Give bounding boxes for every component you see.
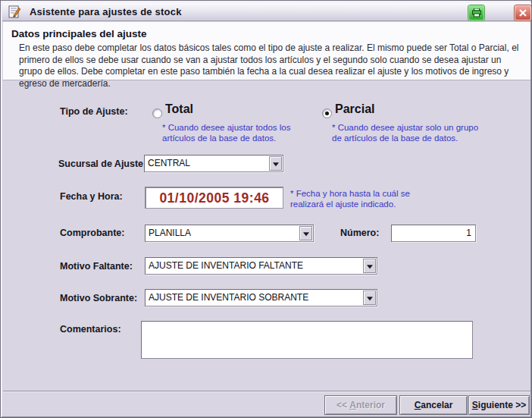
step-title: Datos principales del ajuste bbox=[11, 28, 147, 39]
motivo-sobrante-dropdown-button[interactable] bbox=[363, 291, 376, 305]
tipo-ajuste-label: Tipo de Ajuste: bbox=[60, 106, 128, 117]
sucursal-dropdown-button[interactable] bbox=[269, 156, 282, 171]
radio-parcial[interactable] bbox=[322, 108, 332, 118]
sucursal-label: Sucursal de Ajuste: bbox=[58, 159, 146, 169]
numero-field[interactable]: 1 bbox=[391, 225, 476, 242]
form-pencil-icon bbox=[8, 5, 21, 18]
chevron-down-icon bbox=[303, 232, 309, 236]
footer-separator bbox=[3, 391, 530, 392]
comprobante-label: Comprobante: bbox=[60, 228, 124, 238]
comprobante-value: PLANILLA bbox=[149, 228, 298, 238]
comentarios-textarea[interactable] bbox=[141, 321, 473, 359]
anterior-button: << Anterior bbox=[324, 395, 397, 415]
fecha-field[interactable]: 01/10/2005 19:46 bbox=[145, 187, 283, 209]
printer-icon bbox=[471, 8, 481, 17]
step-header-panel: Datos principales del ajuste En este pas… bbox=[3, 22, 530, 80]
comentarios-label: Comentarios: bbox=[60, 324, 121, 335]
radio-parcial-hint: * Cuando desee ajustar solo un grupo de … bbox=[332, 122, 490, 143]
close-button[interactable] bbox=[515, 5, 531, 20]
sucursal-dropdown[interactable]: CENTRAL bbox=[144, 155, 283, 172]
motivo-faltante-label: Motivo Faltante: bbox=[60, 261, 133, 272]
motivo-faltante-dropdown-button[interactable] bbox=[363, 259, 376, 273]
fecha-label: Fecha y Hora: bbox=[60, 191, 123, 202]
chevron-down-icon bbox=[367, 265, 373, 269]
radio-parcial-label[interactable]: Parcial bbox=[335, 102, 374, 116]
title-bar: Asistente para ajustes de stock bbox=[2, 2, 531, 21]
radio-total[interactable] bbox=[152, 108, 162, 118]
numero-value: 1 bbox=[466, 228, 471, 238]
comprobante-dropdown-button[interactable] bbox=[299, 226, 312, 240]
motivo-faltante-dropdown[interactable]: AJUSTE DE INVENTARIO FALTANTE bbox=[145, 257, 377, 275]
comprobante-dropdown[interactable]: PLANILLA bbox=[145, 225, 314, 242]
cancelar-button[interactable]: Cancelar bbox=[399, 395, 468, 415]
motivo-faltante-value: AJUSTE DE INVENTARIO FALTANTE bbox=[149, 260, 361, 271]
chevron-down-icon bbox=[367, 297, 373, 300]
close-icon bbox=[519, 9, 527, 17]
motivo-sobrante-value: AJUSTE DE INVENTARIO SOBRANTE bbox=[149, 292, 361, 303]
radio-total-label[interactable]: Total bbox=[165, 102, 193, 116]
stock-adjust-wizard-dialog: Asistente para ajustes de stock Datos pr… bbox=[0, 0, 532, 418]
window-title: Asistente para ajustes de stock bbox=[30, 6, 182, 17]
numero-label: Número: bbox=[340, 228, 379, 238]
radio-total-hint: * Cuando desee ajustar todos los artícul… bbox=[162, 122, 293, 143]
step-description: En este paso debe completar los datos bá… bbox=[19, 42, 522, 90]
print-button[interactable] bbox=[468, 5, 484, 20]
motivo-sobrante-label: Motivo Sobrante: bbox=[60, 293, 137, 303]
fecha-hint: * Fecha y hora hasta la cuál se realizar… bbox=[290, 188, 427, 209]
siguiente-button[interactable]: Siguiente >> bbox=[468, 395, 530, 415]
chevron-down-icon bbox=[273, 162, 279, 166]
motivo-sobrante-dropdown[interactable]: AJUSTE DE INVENTARIO SOBRANTE bbox=[145, 289, 377, 306]
sucursal-value: CENTRAL bbox=[148, 158, 268, 168]
